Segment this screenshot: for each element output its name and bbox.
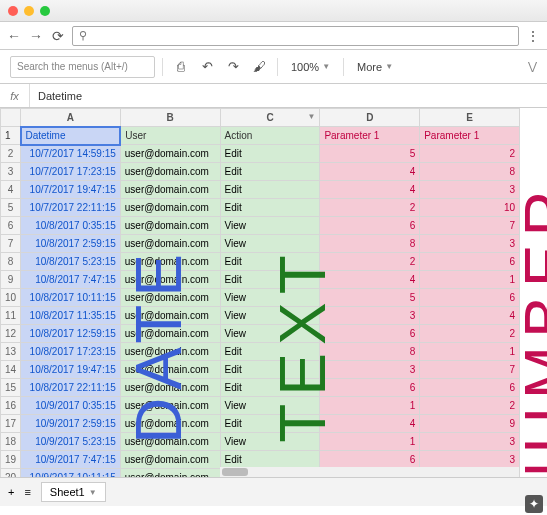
cell-action[interactable]: Edit: [220, 343, 320, 361]
table-row[interactable]: 310/7/2017 17:23:15user@domain.comEdit48: [1, 163, 520, 181]
cell-user[interactable]: user@domain.com: [120, 217, 220, 235]
cell-param1[interactable]: 8: [320, 235, 420, 253]
browser-menu-button[interactable]: ⋮: [525, 28, 541, 44]
row-number[interactable]: 8: [1, 253, 21, 271]
cell-param1[interactable]: 1: [320, 433, 420, 451]
cell-datetime[interactable]: 10/8/2017 22:11:15: [21, 379, 121, 397]
row-number[interactable]: 5: [1, 199, 21, 217]
row-number[interactable]: 2: [1, 145, 21, 163]
row-number[interactable]: 17: [1, 415, 21, 433]
cell-param2[interactable]: 6: [420, 253, 520, 271]
cell-action[interactable]: Edit: [220, 163, 320, 181]
print-button[interactable]: ⎙: [170, 56, 192, 78]
cell-user[interactable]: user@domain.com: [120, 271, 220, 289]
column-header-c[interactable]: C▼: [220, 109, 320, 127]
row-number[interactable]: 6: [1, 217, 21, 235]
row-number[interactable]: 9: [1, 271, 21, 289]
cell-param2[interactable]: 3: [420, 451, 520, 469]
row-number[interactable]: 1: [1, 127, 21, 145]
cell-datetime[interactable]: 10/8/2017 19:47:15: [21, 361, 121, 379]
cell-param2[interactable]: 9: [420, 415, 520, 433]
undo-button[interactable]: ↶: [196, 56, 218, 78]
row-number[interactable]: 12: [1, 325, 21, 343]
cell-param1[interactable]: 5: [320, 289, 420, 307]
cell-action[interactable]: Action: [220, 127, 320, 145]
table-row[interactable]: 610/8/2017 0:35:15user@domain.comView67: [1, 217, 520, 235]
more-menu[interactable]: More ▼: [351, 56, 399, 78]
table-row[interactable]: 710/8/2017 2:59:15user@domain.comView83: [1, 235, 520, 253]
cell-datetime[interactable]: 10/8/2017 12:59:15: [21, 325, 121, 343]
cell-user[interactable]: user@domain.com: [120, 145, 220, 163]
zoom-dropdown[interactable]: 100% ▼: [285, 56, 336, 78]
cell-user[interactable]: user@domain.com: [120, 361, 220, 379]
cell-param2[interactable]: 2: [420, 145, 520, 163]
row-number[interactable]: 4: [1, 181, 21, 199]
cell-param2[interactable]: 1: [420, 343, 520, 361]
select-all-corner[interactable]: [1, 109, 21, 127]
row-number[interactable]: 20: [1, 469, 21, 479]
cell-param1[interactable]: 3: [320, 307, 420, 325]
table-row[interactable]: 1710/9/2017 2:59:15user@domain.comEdit49: [1, 415, 520, 433]
cell-datetime[interactable]: 10/8/2017 17:23:15: [21, 343, 121, 361]
cell-user[interactable]: user@domain.com: [120, 199, 220, 217]
cell-param1[interactable]: 6: [320, 325, 420, 343]
column-header-d[interactable]: D: [320, 109, 420, 127]
cell-param1[interactable]: 8: [320, 343, 420, 361]
cell-param2[interactable]: 3: [420, 235, 520, 253]
formula-input[interactable]: Datetime: [30, 90, 547, 102]
cell-user[interactable]: user@domain.com: [120, 433, 220, 451]
row-number[interactable]: 14: [1, 361, 21, 379]
cell-param1[interactable]: 4: [320, 163, 420, 181]
minimize-window-button[interactable]: [24, 6, 34, 16]
cell-action[interactable]: Edit: [220, 199, 320, 217]
cell-param2[interactable]: 6: [420, 379, 520, 397]
cell-datetime[interactable]: 10/8/2017 0:35:15: [21, 217, 121, 235]
cell-user[interactable]: user@domain.com: [120, 451, 220, 469]
cell-action[interactable]: Edit: [220, 379, 320, 397]
explore-button[interactable]: ✦: [525, 495, 543, 513]
cell-param2[interactable]: 3: [420, 181, 520, 199]
cell-action[interactable]: View: [220, 325, 320, 343]
cell-datetime[interactable]: 10/7/2017 17:23:15: [21, 163, 121, 181]
cell-user[interactable]: user@domain.com: [120, 289, 220, 307]
cell-user[interactable]: user@domain.com: [120, 379, 220, 397]
column-header-b[interactable]: B: [120, 109, 220, 127]
cell-param1[interactable]: 1: [320, 397, 420, 415]
cell-param2[interactable]: 3: [420, 433, 520, 451]
cell-param2[interactable]: 2: [420, 325, 520, 343]
cell-param2[interactable]: 1: [420, 271, 520, 289]
column-header-a[interactable]: A: [21, 109, 121, 127]
cell-datetime[interactable]: Datetime: [21, 127, 121, 145]
table-row[interactable]: 1310/8/2017 17:23:15user@domain.comEdit8…: [1, 343, 520, 361]
cell-param1[interactable]: 5: [320, 145, 420, 163]
row-number[interactable]: 16: [1, 397, 21, 415]
row-number[interactable]: 10: [1, 289, 21, 307]
cell-action[interactable]: View: [220, 289, 320, 307]
cell-param2[interactable]: 10: [420, 199, 520, 217]
cell-action[interactable]: View: [220, 217, 320, 235]
cell-action[interactable]: View: [220, 307, 320, 325]
table-row[interactable]: 1410/8/2017 19:47:15user@domain.comEdit3…: [1, 361, 520, 379]
cell-user[interactable]: user@domain.com: [120, 397, 220, 415]
sheet-tab-1[interactable]: Sheet1 ▼: [41, 482, 106, 502]
row-number[interactable]: 13: [1, 343, 21, 361]
cell-datetime[interactable]: 10/8/2017 7:47:15: [21, 271, 121, 289]
row-number[interactable]: 3: [1, 163, 21, 181]
table-row[interactable]: 1610/9/2017 0:35:15user@domain.comView12: [1, 397, 520, 415]
table-row[interactable]: 1DatetimeUserActionParameter 1Parameter …: [1, 127, 520, 145]
back-button[interactable]: ←: [6, 28, 22, 44]
cell-param2[interactable]: Parameter 1: [420, 127, 520, 145]
cell-datetime[interactable]: 10/9/2017 7:47:15: [21, 451, 121, 469]
table-row[interactable]: 210/7/2017 14:59:15user@domain.comEdit52: [1, 145, 520, 163]
cell-datetime[interactable]: 10/8/2017 5:23:15: [21, 253, 121, 271]
cell-action[interactable]: View: [220, 397, 320, 415]
cell-param1[interactable]: 6: [320, 217, 420, 235]
cell-param1[interactable]: 6: [320, 451, 420, 469]
cell-user[interactable]: user@domain.com: [120, 325, 220, 343]
cell-param1[interactable]: 4: [320, 271, 420, 289]
cell-param2[interactable]: 2: [420, 397, 520, 415]
cell-user[interactable]: user@domain.com: [120, 307, 220, 325]
scrollbar-thumb[interactable]: [222, 468, 248, 476]
menu-search-input[interactable]: Search the menus (Alt+/): [10, 56, 155, 78]
row-number[interactable]: 19: [1, 451, 21, 469]
